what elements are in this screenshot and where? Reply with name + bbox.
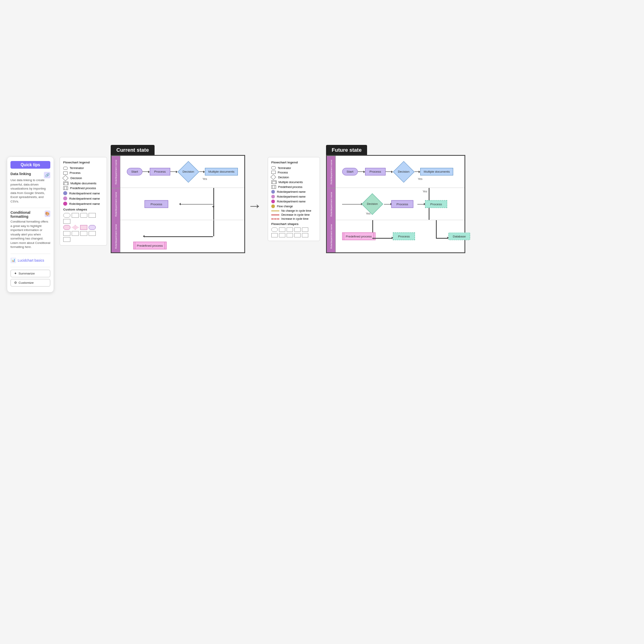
swimlane-label-1: Role/department name [111,156,120,188]
f-h-line-to-proc [372,238,392,239]
sidebar-divider-3 [10,267,50,267]
summarize-button[interactable]: ✦ Summarize [10,270,50,277]
f-shape-7 [279,233,285,237]
f-shape-5 [302,227,308,232]
future-state-title: Future state [326,145,367,155]
arrow-2 [170,171,178,173]
predefined-shape [63,186,68,190]
f-swimlane-row-2: Yes Decision Yes [336,188,464,220]
f-shapes-row-1 [271,227,316,232]
shape-3 [80,213,87,218]
process-label: Process [70,171,80,175]
decision-node-1: Decision [178,161,199,183]
swimlane-row-2-current: Process [120,188,244,220]
f-legend-process: Process [271,171,316,174]
shape-5 [63,219,70,224]
arrow-1 [142,171,150,173]
legend-panel-future: Flowchart legend Terminator Process Deci… [268,157,320,241]
f-start-node: Start [342,168,358,175]
current-state-wrapper: Current state Role/department name Role/… [111,145,245,253]
f-v-line-3 [436,220,437,238]
f-process-row2-1: Process [391,200,413,208]
data-linking-text: Use data linking to create powerful, dat… [10,178,50,204]
swimlane-labels-future: Role/department name Role/department nam… [327,156,336,252]
shape-r5 [63,237,70,242]
shape-4 [89,213,96,218]
f-shape-6 [271,233,278,237]
f-legend-increase: Increase in cycle time [271,217,316,220]
decision-shape [62,175,69,182]
h-line-2 [144,236,213,237]
multi-shape [63,182,68,185]
f-legend-role-2: Role/department name [271,195,316,198]
current-state-title-bar: Current state [111,145,155,155]
f-multi-doc-node: Multiple documents [420,168,454,175]
custom-shapes-row-2 [63,225,103,230]
sidebar-section-formatting: Conditional formatting 🎨 Conditional for… [10,211,50,250]
swimlane-labels-current: Role/department name Role/department nam… [111,156,120,252]
legend-current-title: Flowchart legend [63,161,103,164]
f-d2-label: Decision [367,202,378,205]
f-legend-multi: Multiple documents [271,180,316,184]
f-legend-flow-change: Flow change [271,204,316,208]
formatting-icon: 🎨 [45,211,50,217]
shape-purple [89,225,96,230]
process-node-1: Process [150,168,170,175]
shape-pink-2 [80,225,87,230]
legend-item-multi: Multiple documents [63,182,103,185]
current-state-diagram: Role/department name Role/department nam… [111,155,245,253]
decision-label: Decision [70,176,82,180]
swimlane-content-current: Start Process [120,156,244,252]
multi-label: Multiple documents [70,182,97,185]
h-arrowhead-2 [143,235,144,237]
f-predefined-node: Predefined process [342,233,376,240]
legend-item-terminator: Terminator [63,166,103,170]
shape-r3 [80,231,87,236]
f-shape-10 [302,233,308,237]
shape-r4 [89,231,96,236]
f-decision-node-1: Decision [393,161,415,183]
f-shape-3 [287,227,293,232]
f-process-node-1: Process [365,168,386,175]
predefined-label: Predefined process [70,186,96,190]
customize-button[interactable]: ⚙ Customize [10,279,50,287]
decision-label-1: Decision [182,170,194,173]
role-label-1: Role/department name [69,192,100,195]
f-legend-role-1: Role/department name [271,190,316,194]
multi-doc-node: Multiple documents [205,168,238,175]
legend-item-decision: Decision [63,176,103,180]
data-linking-title: Data linking [10,172,31,176]
custom-shapes-row-3 [63,231,103,242]
role-label-3: Role/department name [69,202,100,206]
f-predefined-label: Predefined process [346,235,372,238]
predefined-node: Predefined process [133,242,167,249]
formatting-text: Conditional formatting offers a great wa… [10,220,50,250]
f-shape-1 [271,227,278,232]
summarize-label: Summarize [19,272,35,275]
f-legend-decision: Decision [271,175,316,179]
f-shape-2 [279,227,285,232]
future-state-diagram: Role/department name Role/department nam… [326,155,465,253]
between-arrow: → [248,197,262,214]
legend-future-title: Flowchart legend [271,161,316,164]
role-label-2: Role/department name [69,197,100,200]
h-arrowhead-1 [179,203,181,205]
swimlane-row-3-current: Predefined process [120,220,244,252]
f-process-row3: Process [393,233,415,240]
swimlane-label-3: Role/department name [111,220,120,252]
f-arrow-3 [415,171,420,173]
start-node: Start [127,168,142,175]
f-arrow-1 [358,171,365,173]
f-arrow-2 [386,171,393,173]
role-dot-3 [63,202,67,206]
formatting-title: Conditional formatting [10,211,45,219]
role-dot-1 [63,191,67,195]
f-swimlane-label-2: Role/department name [327,188,335,220]
f-shape-8 [287,233,293,237]
shape-r2 [72,231,79,236]
customize-label: Customize [19,281,34,285]
lucidchart-basics-link[interactable]: 📊 Lucidchart basics [10,256,50,264]
f-swimlane-row-3: Predefined process Process Database [336,220,464,252]
customize-icon: ⚙ [14,281,17,285]
yes-label-1: Yes [202,178,207,180]
